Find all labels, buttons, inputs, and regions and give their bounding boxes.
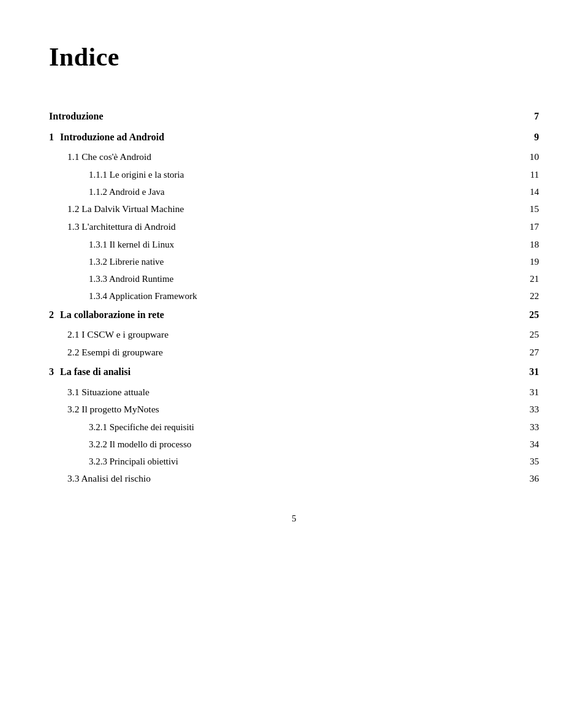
toc-page: 17 — [521, 219, 539, 235]
toc-entry-3.2.1: 3.2.1 Specifiche dei requisiti33 — [49, 420, 539, 434]
chapter-number: 2 — [49, 307, 54, 323]
toc-dots — [181, 464, 518, 464]
toc-page: 11 — [521, 167, 539, 182]
toc-entry-1.1.2: 1.1.2 Android e Java14 — [49, 184, 539, 199]
toc-page: 33 — [521, 402, 539, 417]
toc-entry-3.3: 3.3 Analisi del rischio36 — [49, 471, 539, 487]
chapter-number: 3 — [49, 364, 54, 380]
toc-dots — [197, 430, 518, 430]
toc-dots — [186, 211, 518, 212]
toc-entry-2.2: 2.2 Esempi di groupware27 — [49, 345, 539, 360]
toc-label: 1.3.4 Application Framework — [49, 289, 197, 303]
page-title: Indice — [49, 37, 539, 78]
toc-entry-1.3.4: 1.3.4 Application Framework22 — [49, 289, 539, 303]
toc-entry-3.2.3: 3.2.3 Principali obiettivi35 — [49, 454, 539, 469]
toc-entry-1.1.1: 1.1.1 Le origini e la storia11 — [49, 167, 539, 182]
toc-dots — [186, 177, 518, 178]
toc-label: 2.2 Esempi di groupware — [49, 345, 163, 360]
toc-dots — [166, 264, 518, 265]
toc-dots — [153, 481, 518, 482]
toc-page: 31 — [521, 385, 539, 400]
toc-chapter-ch2: 2La collaborazione in rete25 — [49, 307, 539, 323]
toc-dots — [167, 194, 518, 195]
toc-entry-1.3: 1.3 L'architettura di Android17 — [49, 219, 539, 235]
toc-label: 3.2 Il progetto MyNotes — [49, 402, 159, 417]
toc-page: 33 — [521, 420, 539, 434]
toc-page: 36 — [521, 471, 539, 487]
toc-label: 1.1.1 Le origini e la storia — [49, 167, 184, 182]
toc-page: 21 — [521, 271, 539, 286]
toc-label: 3.2.3 Principali obiettivi — [49, 454, 178, 469]
chapter-title: La fase di analisi — [60, 364, 521, 380]
chapter-title: La collaborazione in rete — [60, 307, 521, 323]
toc-page: 31 — [521, 364, 539, 380]
toc-chapter-ch1: 1Introduzione ad Android9 — [49, 129, 539, 145]
toc-dots — [178, 229, 518, 230]
toc-label: 3.2.1 Specifiche dei requisiti — [49, 420, 194, 434]
toc-page: 22 — [521, 289, 539, 303]
toc-entry-1.2: 1.2 La Dalvik Virtual Machine15 — [49, 202, 539, 217]
toc-page: 34 — [521, 437, 539, 452]
toc-label: 3.1 Situazione attuale — [49, 385, 149, 400]
toc-label: 1.3.2 Librerie native — [49, 254, 164, 269]
toc-entry-1.3.1: 1.3.1 Il kernel di Linux18 — [49, 237, 539, 252]
toc-chapter-ch3: 3La fase di analisi31 — [49, 364, 539, 380]
toc-page: 15 — [521, 202, 539, 217]
toc-dots — [165, 355, 518, 355]
toc-entry-2.1: 2.1 I CSCW e i groupware25 — [49, 327, 539, 343]
toc-page: 9 — [521, 129, 539, 145]
toc-dots — [154, 159, 518, 160]
toc-entry-3.2: 3.2 Il progetto MyNotes33 — [49, 402, 539, 417]
toc-page: 35 — [521, 454, 539, 469]
toc-dots — [171, 337, 518, 338]
toc-page: 19 — [521, 254, 539, 269]
toc-entry-3.1: 3.1 Situazione attuale31 — [49, 385, 539, 400]
toc-page: 25 — [521, 307, 539, 323]
toc-label: 1.1.2 Android e Java — [49, 184, 165, 199]
toc-dots — [176, 281, 518, 282]
toc-label: 1.3.1 Il kernel di Linux — [49, 237, 174, 252]
toc-entry-3.2.2: 3.2.2 Il modello di processo34 — [49, 437, 539, 452]
toc-dots — [194, 447, 518, 447]
toc-page: 14 — [521, 184, 539, 199]
toc-label: 3.3 Analisi del rischio — [49, 471, 151, 487]
chapter-title: Introduzione ad Android — [60, 129, 521, 145]
toc-dots — [162, 412, 518, 412]
toc-entry-1.3.3: 1.3.3 Android Runtime21 — [49, 271, 539, 286]
toc-label: 3.2.2 Il modello di processo — [49, 437, 191, 452]
toc-page: 27 — [521, 345, 539, 360]
toc-entry-introduzione: Introduzione7 — [49, 108, 539, 124]
toc-entry-1.3.2: 1.3.2 Librerie native19 — [49, 254, 539, 269]
page-number: 5 — [49, 511, 539, 526]
toc-page: 7 — [521, 108, 539, 124]
toc-label: 1.3 L'architettura di Android — [49, 219, 176, 235]
toc-label: Introduzione — [49, 108, 104, 124]
toc-label: 1.1 Che cos'è Android — [49, 150, 151, 165]
toc-entry-1.1: 1.1 Che cos'è Android10 — [49, 150, 539, 165]
toc-container: Introduzione71Introduzione ad Android91.… — [49, 108, 539, 487]
toc-page: 10 — [521, 150, 539, 165]
toc-label: 1.3.3 Android Runtime — [49, 271, 173, 286]
toc-label: 2.1 I CSCW e i groupware — [49, 327, 168, 343]
toc-page: 25 — [521, 327, 539, 343]
toc-dots — [152, 395, 518, 395]
toc-label: 1.2 La Dalvik Virtual Machine — [49, 202, 184, 217]
toc-page: 18 — [521, 237, 539, 252]
toc-dots — [176, 247, 518, 248]
chapter-number: 1 — [49, 129, 54, 145]
toc-dots — [200, 298, 518, 299]
